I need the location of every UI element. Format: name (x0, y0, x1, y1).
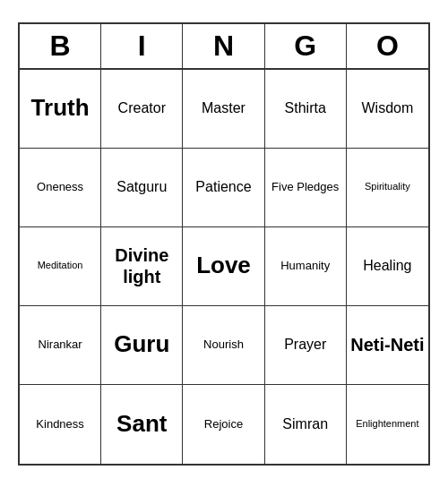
cell-r2-c2[interactable]: Love (183, 227, 264, 306)
cell-r0-c2[interactable]: Master (183, 70, 264, 149)
cell-r1-c4[interactable]: Spirituality (347, 149, 428, 227)
cell-r2-c4[interactable]: Healing (347, 227, 428, 306)
cell-r4-c1[interactable]: Sant (101, 385, 183, 464)
cell-r1-c2[interactable]: Patience (183, 149, 264, 227)
cell-r2-c0[interactable]: Meditation (20, 227, 101, 306)
bingo-grid: TruthCreatorMasterSthirtaWisdomOnenessSa… (20, 70, 428, 464)
header-letter: N (183, 24, 264, 68)
cell-r1-c3[interactable]: Five Pledges (265, 149, 347, 227)
cell-r0-c4[interactable]: Wisdom (347, 70, 428, 149)
cell-r2-c1[interactable]: Divine light (101, 227, 183, 306)
header-letter: I (101, 24, 183, 68)
cell-r4-c0[interactable]: Kindness (20, 385, 101, 464)
cell-r4-c2[interactable]: Rejoice (183, 385, 264, 464)
cell-r0-c0[interactable]: Truth (20, 70, 101, 149)
cell-r0-c3[interactable]: Sthirta (265, 70, 347, 149)
cell-r3-c4[interactable]: Neti-Neti (347, 306, 428, 385)
cell-r4-c3[interactable]: Simran (265, 385, 347, 464)
header-letter: G (265, 24, 347, 68)
cell-r0-c1[interactable]: Creator (101, 70, 183, 149)
cell-r3-c2[interactable]: Nourish (183, 306, 264, 385)
cell-r2-c3[interactable]: Humanity (265, 227, 347, 306)
cell-r3-c0[interactable]: Nirankar (20, 306, 101, 385)
bingo-card: BINGO TruthCreatorMasterSthirtaWisdomOne… (18, 22, 430, 466)
cell-r3-c3[interactable]: Prayer (265, 306, 347, 385)
cell-r1-c1[interactable]: Satguru (101, 149, 183, 227)
cell-r3-c1[interactable]: Guru (101, 306, 183, 385)
header-letter: O (347, 24, 428, 68)
bingo-header: BINGO (20, 24, 428, 70)
cell-r1-c0[interactable]: Oneness (20, 149, 101, 227)
cell-r4-c4[interactable]: Enlightenment (347, 385, 428, 464)
header-letter: B (20, 24, 101, 68)
